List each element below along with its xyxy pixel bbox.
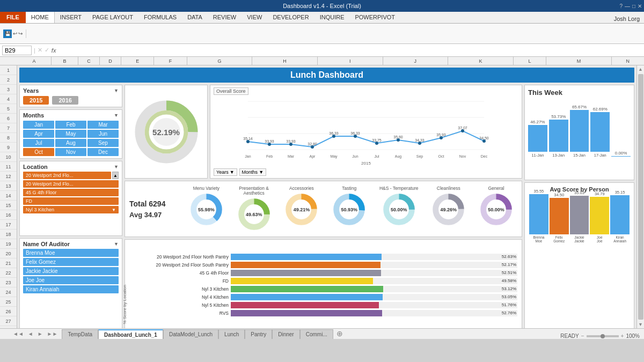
loc-bar-8: RVS	[137, 311, 231, 316]
zoom-slider[interactable]	[587, 335, 619, 337]
total-label: Total 6294	[129, 199, 181, 209]
row-header-4: 4	[0, 94, 17, 104]
svg-text:33.93: 33.93	[265, 139, 274, 143]
quick-access-redo[interactable]: ↪	[18, 31, 23, 36]
tab-review[interactable]: REVIEW	[208, 11, 241, 23]
location-item-3[interactable]: 45 G 4th Floor	[23, 189, 119, 196]
location-filter-icon[interactable]: ▼	[114, 164, 119, 169]
quick-access-save[interactable]: 💾	[3, 29, 12, 38]
location-item-1[interactable]: 20 Westport 2nd Flo...	[23, 172, 111, 179]
cancel-icon[interactable]: ✕	[38, 47, 42, 54]
row-header-20: 20	[0, 249, 17, 258]
year-2016-btn[interactable]: 2016	[52, 96, 78, 105]
cell-ref-box[interactable]	[2, 46, 32, 55]
year-2015-btn[interactable]: 2015	[23, 96, 49, 105]
month-mar[interactable]: Mar	[87, 121, 119, 129]
location-item-2[interactable]: 20 Westport 2nd Flo...	[23, 180, 119, 188]
month-jul[interactable]: Jul	[23, 139, 54, 147]
formula-input[interactable]	[58, 46, 642, 55]
auditor-joe[interactable]: Joe Joe	[23, 276, 119, 284]
svg-text:Oct: Oct	[438, 154, 444, 158]
sheet-tab-dashboard[interactable]: Dashboard_Lunch_1	[98, 329, 163, 339]
month-nov[interactable]: Nov	[55, 148, 86, 156]
month-jun[interactable]: Jun	[87, 130, 119, 138]
tab-inquire[interactable]: INQUIRE	[314, 11, 350, 23]
col-header-g: G	[187, 57, 253, 65]
loc-bar-1: 20 Westport 2nd Floor North Pantry	[137, 254, 231, 260]
tab-page-layout[interactable]: PAGE LAYOUT	[87, 11, 138, 23]
col-header-m: M	[546, 57, 612, 65]
svg-text:May: May	[330, 154, 338, 159]
metric-accessories: Accessories 49.21%	[284, 186, 319, 232]
tab-nav-prev[interactable]: ◄	[26, 328, 35, 339]
month-dec[interactable]: Dec	[87, 148, 119, 156]
row-header-17: 17	[0, 220, 17, 230]
sheet-tab-dinner[interactable]: Dinner	[272, 329, 299, 339]
tab-view[interactable]: VIEW	[241, 11, 267, 23]
add-sheet-btn[interactable]: ⊕	[333, 328, 346, 339]
svg-text:Mar: Mar	[288, 154, 295, 158]
main-donut-container: 52.19%	[125, 85, 208, 179]
tab-nav-next[interactable]: ►	[35, 328, 45, 339]
sheet-tab-lunch[interactable]: Lunch	[218, 329, 245, 339]
main-donut-label: 52.19%	[152, 127, 180, 136]
tab-insert[interactable]: INSERT	[55, 11, 87, 23]
title-bar-text: Dashboard v1.4 - Excel (Trial)	[283, 3, 361, 9]
auditor-felix[interactable]: Felix Gomez	[23, 258, 119, 266]
months-dropdown[interactable]: Months ▼	[239, 168, 266, 176]
auditor-filter-icon[interactable]: ▼	[114, 241, 119, 247]
years-filter-icon[interactable]: ▼	[114, 88, 119, 93]
location-chart-y-label: % Score by Location	[122, 285, 127, 324]
tab-formulas[interactable]: FORMULAS	[138, 11, 182, 23]
this-week-title: This Week	[528, 88, 631, 97]
years-dropdown[interactable]: Years ▼	[214, 168, 237, 176]
loc-bar-3: 45 G 4th Floor	[137, 270, 231, 276]
status-ready: READY	[560, 333, 579, 339]
tab-nav-left[interactable]: ◄◄	[11, 328, 26, 339]
loc-bar-4: FD	[137, 278, 231, 284]
auditor-kiran[interactable]: Kiran Annaiah	[23, 285, 119, 293]
location-item-5[interactable]: Nyl 3 Kitchen ▼	[23, 206, 119, 213]
months-filter-icon[interactable]: ▼	[114, 113, 119, 118]
row-header-19: 19	[0, 239, 17, 249]
svg-text:34.33: 34.33	[415, 138, 425, 142]
tab-nav-right[interactable]: ►►	[45, 328, 60, 339]
row-header-16: 16	[0, 210, 17, 220]
line-chart: Overall Score	[210, 85, 522, 179]
auditor-jackie[interactable]: Jackie Jackie	[23, 267, 119, 275]
tab-developer[interactable]: DEVELOPER	[267, 11, 314, 23]
month-oct[interactable]: Oct	[23, 148, 54, 156]
month-apr[interactable]: Apr	[23, 130, 54, 138]
sheet-tab-commi[interactable]: Commi...	[300, 329, 333, 339]
row-header-23: 23	[0, 278, 17, 287]
zoom-out[interactable]: −	[581, 333, 584, 339]
row-header-12: 12	[0, 172, 17, 181]
quick-access-undo[interactable]: ↩	[13, 31, 17, 36]
tab-file[interactable]: FILE	[0, 11, 26, 23]
month-sep[interactable]: Sep	[87, 139, 119, 147]
months-label: Months	[23, 112, 44, 119]
col-header-k: K	[448, 57, 514, 65]
location-item-4[interactable]: FD	[23, 197, 119, 205]
row-header-1: 1	[0, 65, 17, 75]
month-jan[interactable]: Jan	[23, 121, 54, 129]
col-header-a: A	[17, 57, 52, 65]
vertical-scrollbar[interactable]: ▲ ▼	[636, 65, 644, 328]
month-may[interactable]: May	[55, 130, 86, 138]
month-aug[interactable]: Aug	[55, 139, 86, 147]
tab-home[interactable]: HOME	[26, 11, 55, 23]
sheet-tab-datamodel[interactable]: DataModel_Lunch	[163, 329, 218, 339]
sheet-tab-tempdata[interactable]: TempData	[62, 329, 98, 339]
svg-text:Aug: Aug	[395, 154, 402, 159]
confirm-icon[interactable]: ✓	[45, 47, 49, 54]
zoom-in[interactable]: +	[621, 333, 624, 339]
tab-powerpivot[interactable]: POWERPIVOT	[349, 11, 400, 23]
svg-text:35.14: 35.14	[243, 137, 253, 141]
sheet-tab-pantry[interactable]: Pantry	[245, 329, 272, 339]
fx-icon[interactable]: fx	[52, 47, 56, 54]
tab-data[interactable]: DATA	[182, 11, 208, 23]
month-feb[interactable]: Feb	[55, 121, 86, 129]
location-label: Location	[23, 164, 48, 170]
auditor-brenna[interactable]: Brenna Moe	[23, 249, 119, 257]
row-header-18: 18	[0, 230, 17, 239]
